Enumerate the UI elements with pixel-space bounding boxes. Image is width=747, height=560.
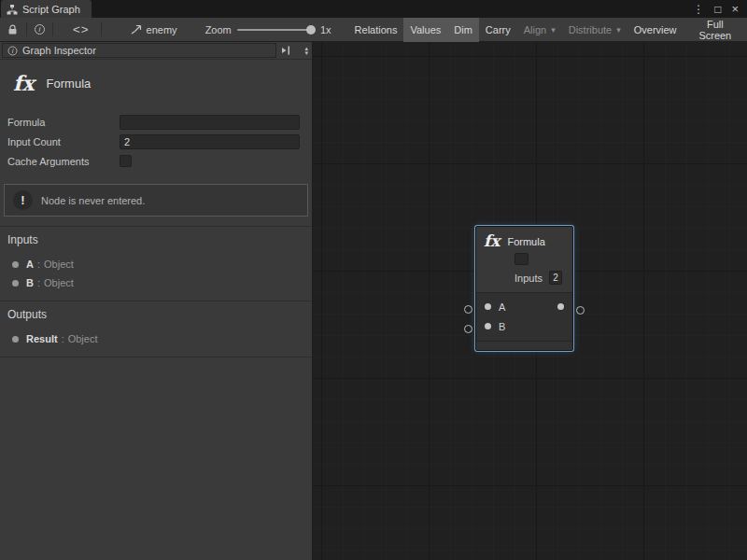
tab-label: Script Graph bbox=[22, 4, 80, 15]
graph-canvas[interactable]: fx Formula Inputs 2 A B bbox=[313, 42, 747, 560]
relations-button-label: Relations bbox=[355, 24, 398, 35]
carry-button-label: Carry bbox=[486, 24, 511, 35]
port-colon: : bbox=[37, 277, 40, 288]
input-count-input[interactable] bbox=[120, 134, 300, 149]
inputs-section: Inputs A : Object B : Object bbox=[0, 227, 312, 301]
outputs-section: Outputs Result : Object bbox=[0, 301, 312, 357]
zoom-label: Zoom bbox=[205, 24, 232, 35]
inputs-header: Inputs bbox=[7, 233, 304, 246]
toolbar-separator bbox=[52, 22, 53, 36]
dim-button-label: Dim bbox=[454, 24, 472, 35]
node-title: Formula bbox=[507, 236, 544, 247]
chevron-down-icon: ▾ bbox=[616, 25, 621, 35]
node-inputs-label: Inputs bbox=[514, 273, 543, 284]
dock-panel-icon[interactable] bbox=[280, 45, 291, 56]
align-dropdown[interactable]: Align ▾ bbox=[517, 18, 562, 42]
node-formula-input[interactable] bbox=[514, 253, 529, 265]
port-colon: : bbox=[62, 333, 64, 344]
formula-node-header[interactable]: fx Formula Inputs 2 bbox=[476, 227, 572, 292]
formula-node[interactable]: fx Formula Inputs 2 A B bbox=[475, 226, 573, 351]
port-dot-icon bbox=[12, 261, 19, 268]
unit-title: Formula bbox=[47, 77, 92, 91]
formula-fx-icon: fx bbox=[13, 71, 35, 95]
values-button[interactable]: Values bbox=[403, 18, 447, 42]
connection-point-b[interactable] bbox=[464, 325, 472, 333]
section-divider bbox=[0, 357, 312, 357]
unit-settings-form: Formula Input Count Cache Arguments bbox=[0, 108, 312, 175]
node-ports-area: A B bbox=[476, 292, 572, 341]
lock-icon bbox=[7, 24, 18, 35]
info-icon: i bbox=[35, 24, 45, 35]
node-inputs-row: Inputs 2 bbox=[514, 271, 565, 285]
node-footer bbox=[476, 341, 572, 350]
graph-pointer-icon bbox=[131, 24, 142, 35]
scroll-down-icon[interactable]: ▾ bbox=[304, 50, 308, 55]
zoom-slider-handle[interactable] bbox=[306, 25, 316, 35]
relations-button[interactable]: Relations bbox=[348, 18, 404, 42]
distribute-dropdown[interactable]: Distribute ▾ bbox=[562, 18, 627, 42]
graph-reference[interactable]: enemy bbox=[131, 24, 177, 35]
window-maximize-icon[interactable]: □ bbox=[714, 4, 721, 15]
code-view-button[interactable]: <> bbox=[71, 18, 92, 42]
toolbar-separator bbox=[101, 22, 102, 36]
chevron-down-icon: ▾ bbox=[551, 25, 556, 35]
port-dot-icon bbox=[12, 336, 19, 343]
overview-button-label: Overview bbox=[634, 24, 677, 35]
zoom-slider-track bbox=[237, 29, 314, 31]
window-close-icon[interactable]: × bbox=[731, 3, 739, 15]
zoom-value: 1x bbox=[320, 24, 331, 35]
graph-inspector-panel: i Graph Inspector ▴ ▾ fx Formula Formula bbox=[0, 42, 313, 560]
code-icon: <> bbox=[73, 22, 90, 36]
warning-box: ! Node is never entered. bbox=[4, 184, 308, 217]
node-input-count-field[interactable]: 2 bbox=[549, 271, 562, 285]
port-row-result: Result : Object bbox=[7, 329, 304, 348]
window-menu-icon[interactable]: ⋮ bbox=[693, 4, 704, 15]
full-screen-button-label: Full Screen bbox=[690, 19, 740, 41]
port-row-a: A : Object bbox=[7, 255, 304, 273]
toolbar-separator bbox=[26, 22, 27, 36]
output-port-dot-result[interactable] bbox=[557, 303, 564, 310]
connection-point-a[interactable] bbox=[464, 305, 472, 314]
distribute-dropdown-label: Distribute bbox=[569, 24, 612, 35]
tab-bar: Script Graph ⋮ □ × bbox=[0, 0, 747, 18]
node-title-row: fx Formula bbox=[484, 233, 565, 249]
carry-button[interactable]: Carry bbox=[479, 18, 517, 42]
cache-arguments-row: Cache Arguments bbox=[7, 153, 300, 169]
scroll-stepper[interactable]: ▴ ▾ bbox=[304, 46, 308, 55]
port-name: Result bbox=[26, 333, 58, 344]
graph-toolbar: i <> enemy Zoom 1x Relations Values bbox=[0, 18, 747, 42]
values-button-label: Values bbox=[410, 24, 441, 35]
outputs-header: Outputs bbox=[7, 308, 304, 321]
port-type: Object bbox=[44, 277, 74, 288]
full-screen-button[interactable]: Full Screen bbox=[684, 18, 747, 42]
node-port-row-b: B bbox=[476, 316, 572, 336]
script-graph-icon bbox=[7, 4, 18, 15]
lock-button[interactable] bbox=[3, 18, 23, 42]
dim-button[interactable]: Dim bbox=[447, 18, 479, 42]
window-controls: ⋮ □ × bbox=[693, 0, 747, 18]
inspector-title: Graph Inspector bbox=[22, 45, 96, 56]
port-name: B bbox=[26, 277, 34, 288]
port-name: A bbox=[26, 259, 34, 270]
tab-script-graph[interactable]: Script Graph bbox=[1, 0, 92, 18]
align-dropdown-label: Align bbox=[524, 24, 546, 35]
inspector-title-box[interactable]: i Graph Inspector bbox=[2, 43, 276, 58]
input-count-row: Input Count bbox=[7, 133, 300, 149]
formula-input[interactable] bbox=[120, 115, 300, 130]
connection-point-result[interactable] bbox=[576, 306, 585, 315]
input-port-dot-b[interactable] bbox=[485, 323, 491, 329]
port-colon: : bbox=[37, 259, 40, 270]
info-button[interactable]: i bbox=[30, 18, 50, 42]
overview-button[interactable]: Overview bbox=[627, 18, 684, 42]
input-port-dot-a[interactable] bbox=[485, 303, 491, 310]
port-row-b: B : Object bbox=[7, 273, 304, 292]
node-port-row-a: A bbox=[476, 297, 572, 316]
warning-text: Node is never entered. bbox=[41, 195, 145, 206]
zoom-slider[interactable] bbox=[237, 18, 316, 42]
unit-header: fx Formula bbox=[0, 60, 312, 108]
input-count-label: Input Count bbox=[7, 136, 120, 147]
cache-arguments-label: Cache Arguments bbox=[7, 156, 120, 167]
port-type: Object bbox=[68, 333, 98, 344]
warning-icon: ! bbox=[13, 190, 33, 210]
cache-arguments-checkbox[interactable] bbox=[120, 155, 132, 167]
